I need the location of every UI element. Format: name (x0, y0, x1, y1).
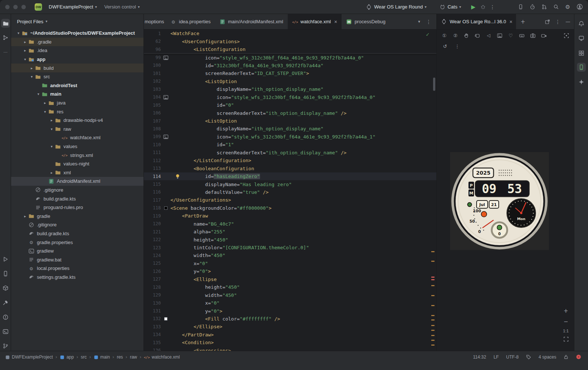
window-close-button[interactable] (5, 5, 10, 9)
tree-item-proguard-rules-pro[interactable]: proguard-rules.pro (11, 203, 143, 212)
stripe-mark-orange[interactable] (431, 251, 435, 252)
stripe-mark-orange[interactable] (431, 319, 435, 321)
tag-icon[interactable] (526, 354, 531, 360)
color-swatch-icon[interactable] (161, 317, 170, 321)
code-line-105[interactable]: 105 id="0" (144, 101, 436, 109)
pull-requests-icon[interactable] (541, 4, 547, 10)
code-line-136[interactable]: 136 <Expressions> (144, 347, 436, 351)
code-line-135[interactable]: 135 <Condition> (144, 339, 436, 346)
tree-item-values[interactable]: ▾values (11, 142, 143, 151)
color-swatch-icon[interactable] (161, 206, 170, 210)
tree-item-gradle[interactable]: ▸gradle (11, 212, 143, 220)
chevron-expanded-icon[interactable]: ▾ (49, 127, 55, 131)
add-device-tab-button[interactable]: + (516, 14, 530, 29)
close-icon[interactable]: × (509, 19, 512, 25)
code-line-134[interactable]: 134 </PartDraw> (144, 331, 436, 339)
stripe-mark-orange[interactable] (431, 325, 435, 326)
editor-scrollbar[interactable] (433, 78, 435, 91)
layout-inspector-icon[interactable] (577, 49, 586, 58)
breadcrumb-raw[interactable]: raw (130, 354, 137, 360)
run-icon[interactable] (1, 255, 10, 264)
code-line-104[interactable]: 104 icon="style_wfs_312c30bf_f64a_461e_9… (144, 93, 436, 101)
running-devices-icon[interactable] (1, 269, 10, 278)
tree-item-build-gradle-kts[interactable]: build.gradle.kts (11, 229, 143, 238)
code-line-120[interactable]: 120 name="BG_40c7" (144, 220, 436, 228)
tree-item-idea[interactable]: ▸.idea (11, 46, 143, 55)
readonly-lock-icon[interactable] (564, 354, 568, 359)
more-icon[interactable]: ⋮ (454, 43, 460, 49)
tree-item-gradle[interactable]: ▸.gradle (11, 38, 143, 47)
open-in-window-icon[interactable] (545, 19, 550, 24)
tree-item-values-night[interactable]: values-night (11, 160, 143, 168)
code-line-96[interactable]: 96 <ListConfiguration (144, 45, 436, 53)
code-line-100[interactable]: 100 id="312c30bf_f64a_461e_9c93_992f2fb7… (144, 62, 436, 69)
zoom-to-fit-icon[interactable] (563, 336, 569, 342)
code-line-123[interactable]: 123 tintColor="[CONFIGURATION.themeColor… (144, 244, 436, 251)
chevron-collapsed-icon[interactable]: ▸ (22, 40, 28, 44)
more-actions-kebab-icon[interactable]: ⋮ (489, 4, 496, 10)
code-area[interactable]: 1<WatchFace62 <UserConfigurations>96 <Li… (144, 30, 436, 351)
stripe-mark-red[interactable] (431, 279, 435, 280)
tree-item-main[interactable]: ▾main (11, 90, 143, 99)
code-line-108[interactable]: 108 displayName="ith_option_display_name… (144, 125, 436, 133)
stripe-mark-orange[interactable] (431, 330, 435, 331)
caret-position-widget[interactable]: 114:32 (473, 354, 486, 360)
close-icon[interactable]: × (334, 19, 337, 25)
drawable-preview-icon[interactable] (161, 55, 170, 61)
camera-icon[interactable] (530, 32, 536, 39)
tab-options-kebab-icon[interactable]: ⋮ (426, 19, 431, 25)
code-line-117[interactable]: 117</UserConfigurations> (144, 196, 436, 204)
code-line-130[interactable]: 130 x="0" (144, 299, 436, 307)
line-separator-widget[interactable]: LF (494, 354, 499, 360)
stripe-mark-red[interactable] (431, 277, 435, 278)
zoom-reset-button[interactable]: 1:1 (563, 329, 568, 333)
ai-assistant-icon[interactable] (577, 34, 586, 43)
code-line-106[interactable]: 106 screenReaderText="ith_option_display… (144, 109, 436, 117)
tree-item-gitignore[interactable]: .gitignore (11, 220, 143, 229)
tree-item-gradlew[interactable]: gradlew (11, 247, 143, 256)
user-avatar[interactable] (576, 4, 583, 10)
breadcrumb-app[interactable]: app (60, 354, 74, 360)
snapshot-icon[interactable] (497, 32, 503, 39)
tilt-icon[interactable] (474, 32, 481, 39)
code-line-107[interactable]: 107 <ListOption (144, 117, 436, 125)
code-line-111[interactable]: 111 screenReaderText="ith_option_display… (144, 149, 436, 157)
chevron-expanded-icon[interactable]: ▾ (49, 144, 55, 148)
code-line-101[interactable]: 101 screenReaderText="ID_CAT_STEP_OVER"> (144, 69, 436, 77)
tree-item-java[interactable]: ▸java (11, 99, 143, 107)
drawable-preview-icon[interactable] (161, 95, 170, 100)
heart-rate-icon[interactable]: ♡ (508, 32, 514, 39)
code-line-128[interactable]: 128 height="450" (144, 283, 436, 291)
tree-item-src[interactable]: ▾src (11, 72, 143, 81)
profiler-icon[interactable] (529, 4, 536, 10)
breadcrumb-watchface-xml[interactable]: </>watchface.xml (144, 354, 180, 360)
device-screen[interactable]: 2025 P M 09 53 Jul 21 M (450, 152, 549, 250)
window-minimize-button[interactable] (13, 5, 18, 9)
code-line-116[interactable]: 116 defaultValue="true" /> (144, 188, 436, 196)
tab-moptions[interactable]: moptions (144, 14, 166, 29)
button-one-icon[interactable]: ① (441, 32, 447, 39)
search-icon[interactable] (553, 4, 559, 10)
zoom-out-button[interactable]: − (562, 318, 570, 325)
stripe-mark-orange[interactable] (431, 295, 435, 296)
device-tab[interactable]: Wear OS Large Ro...l 36.0 × (437, 14, 516, 29)
tab-main-androidmanifest-xml[interactable]: main/AndroidManifest.xml (215, 14, 288, 29)
project-menu[interactable]: DWFExampleProject ▾ (46, 3, 99, 11)
tree-item-androidtest[interactable]: androidTest (11, 81, 143, 90)
device-mirroring-icon[interactable] (517, 4, 524, 10)
breadcrumb-main[interactable]: main (94, 354, 110, 360)
more-tools-icon[interactable]: ⋯ (1, 48, 10, 57)
stripe-mark-orange[interactable] (431, 305, 435, 306)
tab-list-chevron-icon[interactable]: ▾ (418, 19, 420, 24)
code-line-126[interactable]: 126 y="0"> (144, 267, 436, 275)
chevron-collapsed-icon[interactable]: ▸ (42, 101, 48, 105)
code-line-124[interactable]: 124 width="450" (144, 251, 436, 259)
chevron-collapsed-icon[interactable]: ▸ (22, 48, 28, 52)
breadcrumb-res[interactable]: res (117, 354, 123, 360)
tree-item-local-properties[interactable]: ⚙local.properties (11, 264, 143, 273)
code-line-118[interactable]: 118<Scene backgroundColor="#ff000000"> (144, 204, 436, 212)
tree-item-build-gradle-kts[interactable]: build.gradle.kts (11, 194, 143, 203)
window-zoom-button[interactable] (21, 5, 26, 9)
code-line-103[interactable]: 103 displayName="ith_option_display_name… (144, 85, 436, 93)
drawable-preview-icon[interactable] (161, 134, 170, 140)
